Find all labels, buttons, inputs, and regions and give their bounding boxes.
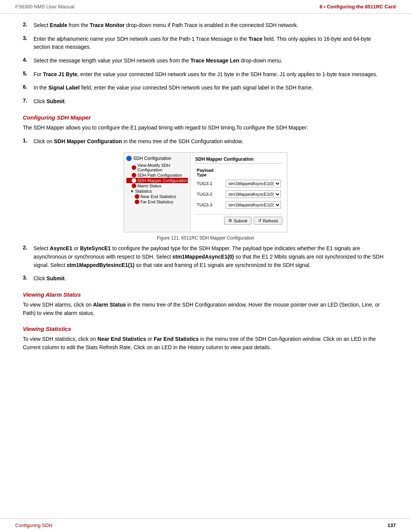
figure-box: SDH Configuration View-Modify SDH Config… <box>124 152 287 232</box>
refresh-button[interactable]: ↺ Refresh <box>254 217 282 225</box>
item-6-num: 6. <box>23 84 33 90</box>
refresh-label: Refresh <box>263 219 278 223</box>
tug3-1-select[interactable]: stm1MappedAsyncE1(0) <box>226 180 281 187</box>
tug3-1-label: TUG3-1 <box>195 178 224 189</box>
numbered-item-4: 4. Select the message length value your … <box>23 57 388 65</box>
tug3-2-row: TUG3-2 stm1MappedAsyncE1(0) <box>195 189 282 200</box>
refresh-icon: ↺ <box>258 218 261 223</box>
tree-item-far-end[interactable]: Far End Statistics <box>126 199 188 204</box>
config-table: Payload Type TUG3-1 stm1MappedAsyncE1(0) <box>195 167 282 210</box>
tree-expand-icon: ▼ <box>130 189 134 193</box>
after-figure-item-3-text: Click Submit. <box>33 275 388 283</box>
numbered-item-6: 6. In the Signal Label field, enter the … <box>23 84 388 92</box>
figure-container: SDH Configuration View-Modify SDH Config… <box>23 152 388 241</box>
page-header: FS6300 NMS User Manual 8 • Configuring t… <box>0 0 411 14</box>
tree-item-near-end[interactable]: Near End Statistics <box>126 194 188 199</box>
view-modify-icon <box>132 165 136 170</box>
item-6-text: In the Signal Label field, enter the val… <box>33 84 388 92</box>
tug3-2-label: TUG3-2 <box>195 189 224 200</box>
section-heading-mapper: Configuring SDH Mapper <box>23 114 388 121</box>
tug3-3-row: TUG3-3 stm1MappedAsyncE1(0) <box>195 200 282 210</box>
after-figure-item-2-num: 2. <box>23 244 33 251</box>
figure-caption: Figure 121. 6511RC SDH Mapper Configurat… <box>157 235 254 241</box>
tree-root: SDH Configuration <box>126 156 188 161</box>
mapper-step-1: 1. Click on SDH Mapper Configuration in … <box>23 137 388 146</box>
numbered-item-2: 2. Select Enable from the Trace Monitor … <box>23 21 388 30</box>
payload-type-header: Payload Type <box>195 167 224 178</box>
item-7-text: Click Submit. <box>33 97 388 106</box>
tree-folder-statistics[interactable]: ▼ Statistics <box>126 189 188 194</box>
tree-item-sdh-mapper[interactable]: SDH Mapper Configuration <box>126 178 188 183</box>
tree-root-label: SDH Configuration <box>133 156 171 161</box>
alarm-status-icon <box>132 184 136 188</box>
tree-item-sdh-mapper-label: SDH Mapper Configuration <box>137 178 188 183</box>
tug3-1-row: TUG3-1 stm1MappedAsyncE1(0) <box>195 178 282 189</box>
section-viewing-statistics: Viewing Statistics To view SDH statistic… <box>23 326 388 351</box>
page-container: FS6300 NMS User Manual 8 • Configuring t… <box>0 0 411 532</box>
numbered-item-7: 7. Click Submit. <box>23 97 388 106</box>
section-heading-alarm: Viewing Alarm Status <box>23 291 388 298</box>
item-4-num: 4. <box>23 57 33 63</box>
section-intro-mapper: The SDH Mapper allows you to configure t… <box>23 124 388 132</box>
tree-item-near-end-label: Near End Statistics <box>140 194 176 199</box>
sdh-path-icon <box>132 173 136 177</box>
section-configuring-sdh-mapper: Configuring SDH Mapper The SDH Mapper al… <box>23 114 388 145</box>
tree-item-view-modify[interactable]: View-Modify SDH Configuration <box>126 163 188 173</box>
tree-folder-statistics-label: Statistics <box>135 189 152 193</box>
numbered-item-5: 5. For Trace J1 Byte, enter the value yo… <box>23 70 388 79</box>
tree-item-alarm-status[interactable]: Alarm Status <box>126 183 188 189</box>
section-heading-statistics: Viewing Statistics <box>23 326 388 332</box>
near-end-icon <box>135 194 139 199</box>
submit-button[interactable]: ⚙ Submit <box>224 217 252 225</box>
sdh-config-icon <box>126 156 132 161</box>
header-right: 8 • Configuring the 6511RC Card <box>320 4 396 10</box>
numbered-items-top: 2. Select Enable from the Trace Monitor … <box>23 21 388 106</box>
section-intro-statistics: To view SDH statistics, click on Near En… <box>23 335 388 351</box>
item-3-num: 3. <box>23 35 33 41</box>
page-footer: Configuring SDH 137 <box>0 518 411 532</box>
item-2-num: 2. <box>23 21 33 27</box>
tree-item-far-end-label: Far End Statistics <box>140 200 173 204</box>
after-figure-item-3: 3. Click Submit. <box>23 275 388 283</box>
tree-item-view-modify-label: View-Modify SDH Configuration <box>137 163 188 172</box>
numbered-items-after-figure: 2. Select AsyncE1 or ByteSyncE1 to confi… <box>23 244 388 283</box>
item-5-num: 5. <box>23 70 33 77</box>
tug3-3-select[interactable]: stm1MappedAsyncE1(0) <box>226 201 281 209</box>
header-left: FS6300 NMS User Manual <box>15 4 74 10</box>
after-figure-item-2-text: Select AsyncE1 or ByteSyncE1 to configur… <box>33 244 388 269</box>
item-4-text: Select the message length value your SDH… <box>33 57 388 65</box>
section-intro-alarm: To view SDH alarms, click on Alarm Statu… <box>23 301 388 317</box>
tree-item-sdh-path-label: SDH Path Configuration <box>137 173 182 177</box>
submit-icon: ⚙ <box>228 218 232 223</box>
config-buttons: ⚙ Submit ↺ Refresh <box>195 214 282 225</box>
footer-right: 137 <box>387 522 396 528</box>
after-figure-item-3-num: 3. <box>23 275 33 281</box>
far-end-icon <box>135 200 139 204</box>
item-3-text: Enter the alphanumeric name your SDH net… <box>33 35 388 51</box>
item-7-num: 7. <box>23 97 33 104</box>
tree-panel: SDH Configuration View-Modify SDH Config… <box>124 153 191 232</box>
config-panel: SDH Mapper Configuration Payload Type TU… <box>191 153 287 232</box>
sdh-mapper-icon <box>132 178 136 183</box>
numbered-item-3: 3. Enter the alphanumeric name your SDH … <box>23 35 388 51</box>
mapper-step-1-num: 1. <box>23 137 33 144</box>
item-5-text: For Trace J1 Byte, enter the value your … <box>33 70 388 79</box>
tree-item-sdh-path[interactable]: SDH Path Configuration <box>126 173 188 178</box>
submit-label: Submit <box>234 219 247 223</box>
tree-item-alarm-status-label: Alarm Status <box>137 184 161 188</box>
item-2-text: Select Enable from the Trace Monitor dro… <box>33 21 388 30</box>
tug3-2-select[interactable]: stm1MappedAsyncE1(0) <box>226 190 281 198</box>
config-panel-title: SDH Mapper Configuration <box>195 157 282 164</box>
tug3-3-label: TUG3-3 <box>195 200 224 210</box>
footer-left: Configuring SDH <box>15 522 53 528</box>
mapper-step-1-text: Click on SDH Mapper Configuration in the… <box>33 137 388 146</box>
main-content: 2. Select Enable from the Trace Monitor … <box>0 14 411 518</box>
section-viewing-alarm: Viewing Alarm Status To view SDH alarms,… <box>23 291 388 317</box>
after-figure-item-2: 2. Select AsyncE1 or ByteSyncE1 to confi… <box>23 244 388 269</box>
